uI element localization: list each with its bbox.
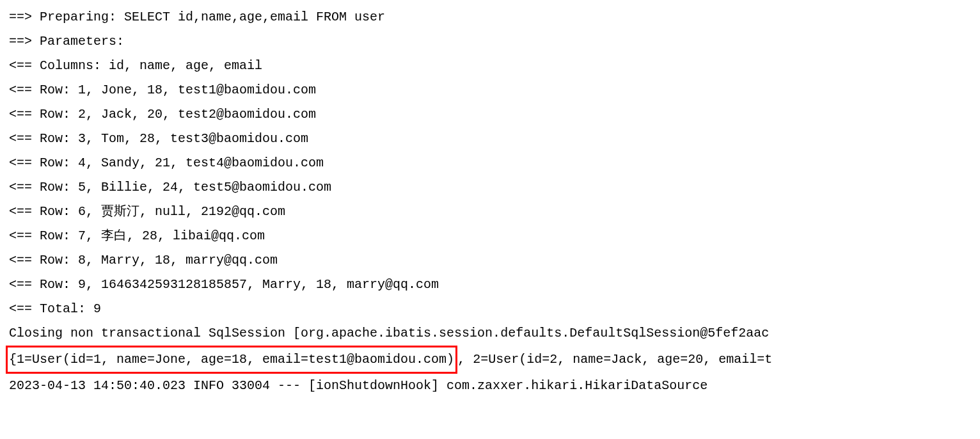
log-line-row-9: <== Row: 9, 1646342593128185857, Marry, … xyxy=(9,273,971,297)
log-line-timestamp: 2023-04-13 14:50:40.023 INFO 33004 --- [… xyxy=(9,374,971,398)
result-map-rest: , 2=User(id=2, name=Jack, age=20, email=… xyxy=(457,352,772,367)
log-line-result-map: {1=User(id=1, name=Jone, age=18, email=t… xyxy=(9,346,971,374)
log-line-row-7: <== Row: 7, 李白, 28, libai@qq.com xyxy=(9,224,971,248)
log-line-row-5: <== Row: 5, Billie, 24, test5@baomidou.c… xyxy=(9,175,971,200)
log-line-row-3: <== Row: 3, Tom, 28, test3@baomidou.com xyxy=(9,127,971,151)
log-line-row-6: <== Row: 6, 贾斯汀, null, 2192@qq.com xyxy=(9,200,971,224)
log-line-preparing: ==> Preparing: SELECT id,name,age,email … xyxy=(9,5,971,29)
log-line-row-8: <== Row: 8, Marry, 18, marry@qq.com xyxy=(9,248,971,273)
highlight-box: {1=User(id=1, name=Jone, age=18, email=t… xyxy=(6,346,457,374)
log-line-columns: <== Columns: id, name, age, email xyxy=(9,54,971,78)
log-line-total: <== Total: 9 xyxy=(9,297,971,321)
log-line-closing: Closing non transactional SqlSession [or… xyxy=(9,321,971,346)
log-line-row-2: <== Row: 2, Jack, 20, test2@baomidou.com xyxy=(9,102,971,127)
log-line-parameters: ==> Parameters: xyxy=(9,29,971,54)
log-line-row-1: <== Row: 1, Jone, 18, test1@baomidou.com xyxy=(9,78,971,102)
log-line-row-4: <== Row: 4, Sandy, 21, test4@baomidou.co… xyxy=(9,151,971,175)
